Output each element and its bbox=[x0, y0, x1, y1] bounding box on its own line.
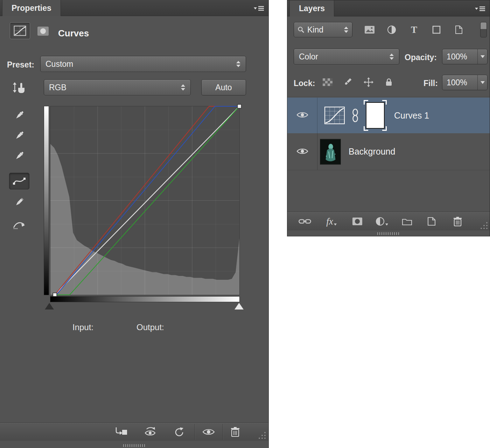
spin-arrows-icon bbox=[236, 61, 241, 67]
lock-all-button[interactable] bbox=[383, 75, 395, 89]
clip-to-layer-button[interactable] bbox=[111, 425, 130, 439]
add-mask-icon bbox=[352, 217, 363, 226]
filter-adjustment-layers-button[interactable] bbox=[384, 23, 399, 37]
tab-layers[interactable]: Layers bbox=[289, 0, 334, 16]
auto-button[interactable]: Auto bbox=[201, 79, 246, 95]
lock-label: Lock: bbox=[294, 79, 315, 88]
curves-adjustment-button[interactable] bbox=[10, 22, 30, 39]
mask-view-button[interactable] bbox=[34, 24, 52, 38]
panel-drag-handle[interactable] bbox=[377, 232, 400, 235]
spin-arrows-icon bbox=[181, 84, 186, 91]
filter-type-layers-button[interactable]: T bbox=[406, 23, 422, 37]
mask-selected-corner bbox=[382, 126, 387, 131]
lock-pixels-button[interactable] bbox=[340, 75, 355, 89]
lock-position-button[interactable] bbox=[361, 75, 376, 89]
panel-menu-icon bbox=[475, 6, 485, 12]
filter-shape-layers-button[interactable] bbox=[429, 23, 444, 37]
properties-panel-menu-button[interactable] bbox=[253, 5, 265, 12]
chevron-down-icon bbox=[334, 223, 337, 226]
panel-resize-grip[interactable] bbox=[479, 221, 488, 230]
new-layer-button[interactable] bbox=[423, 214, 440, 229]
channel-value: RGB bbox=[49, 83, 66, 92]
preset-value: Custom bbox=[46, 59, 73, 69]
layer-visibility-toggle[interactable] bbox=[296, 147, 309, 157]
mask-link-icon[interactable] bbox=[352, 108, 359, 123]
new-group-button[interactable] bbox=[399, 214, 415, 229]
trash-icon bbox=[453, 216, 462, 227]
link-layers-button[interactable] bbox=[296, 214, 313, 229]
white-point-eyedropper-button[interactable] bbox=[9, 148, 29, 164]
opacity-label: Opacity: bbox=[405, 53, 437, 62]
layer-row-0[interactable]: Curves 1 bbox=[287, 98, 490, 133]
opacity-dropdown-arrow[interactable] bbox=[477, 49, 487, 64]
brush-icon bbox=[343, 77, 352, 87]
targeted-adjustment-tool-button[interactable] bbox=[8, 79, 30, 97]
previous-state-eye-icon bbox=[143, 426, 158, 438]
smart-object-page-icon bbox=[455, 25, 463, 34]
filter-toggle-switch[interactable] bbox=[480, 22, 487, 37]
chevron-down-icon bbox=[385, 223, 388, 226]
opacity-combo[interactable]: 100% bbox=[442, 49, 488, 64]
layer-row-1[interactable]: Background bbox=[287, 133, 490, 170]
fill-dropdown-arrow[interactable] bbox=[477, 75, 487, 90]
visibility-toggle-button[interactable] bbox=[200, 425, 218, 439]
layers-footer: fx bbox=[287, 212, 490, 230]
edit-points-tool-button[interactable] bbox=[9, 173, 29, 190]
input-label: Input: bbox=[72, 322, 93, 332]
draw-curve-pencil-button[interactable] bbox=[9, 194, 29, 211]
layer-eye-cell bbox=[287, 98, 317, 133]
smooth-curve-button[interactable] bbox=[9, 216, 29, 233]
delete-adjustment-button[interactable] bbox=[226, 425, 244, 439]
delete-layer-button[interactable] bbox=[449, 214, 466, 229]
layer-styles-button[interactable]: fx bbox=[323, 214, 340, 229]
curves-chart[interactable] bbox=[50, 106, 239, 295]
layer-thumbnail[interactable] bbox=[320, 139, 341, 165]
curves-layer-icon[interactable] bbox=[324, 106, 345, 125]
spin-arrows-icon bbox=[389, 53, 394, 60]
filter-pixel-layers-button[interactable] bbox=[362, 23, 377, 37]
clip-to-layer-icon bbox=[113, 426, 128, 438]
curve-point-icon bbox=[13, 177, 26, 186]
channel-dropdown[interactable]: RGB bbox=[44, 79, 191, 95]
curves-grid-icon bbox=[14, 26, 26, 36]
mask-thumbnail-image bbox=[366, 102, 385, 129]
eyedropper-icon bbox=[13, 130, 25, 142]
layer-name: Background bbox=[349, 133, 395, 170]
layer-mask-thumbnail[interactable] bbox=[364, 100, 387, 131]
properties-footer bbox=[0, 422, 268, 441]
blend-mode-dropdown[interactable]: Color bbox=[294, 49, 399, 65]
lock-transparency-button[interactable] bbox=[320, 75, 335, 89]
filter-kind-dropdown[interactable]: Kind bbox=[294, 22, 352, 37]
lock-icon bbox=[385, 78, 393, 87]
properties-panel: Properties Curves Preset: Custom bbox=[0, 0, 269, 448]
half-circle-icon bbox=[387, 25, 396, 34]
tab-properties[interactable]: Properties bbox=[2, 0, 61, 16]
reset-adjustment-button[interactable] bbox=[170, 425, 188, 439]
fill-combo[interactable]: 100% bbox=[442, 75, 488, 90]
new-adjustment-layer-button[interactable] bbox=[373, 214, 390, 229]
layer-visibility-toggle[interactable] bbox=[296, 111, 309, 120]
black-point-eyedropper-button[interactable] bbox=[9, 107, 29, 124]
smooth-curve-icon bbox=[13, 220, 26, 229]
filter-kind-value: Kind bbox=[307, 25, 344, 35]
preset-label: Preset: bbox=[7, 60, 34, 70]
add-layer-mask-button[interactable] bbox=[349, 214, 366, 229]
mask-icon bbox=[37, 26, 49, 36]
mask-selected-corner bbox=[364, 100, 368, 105]
layers-panel-menu-button[interactable] bbox=[474, 6, 486, 12]
gray-point-eyedropper-button[interactable] bbox=[9, 127, 29, 144]
pencil-icon bbox=[14, 197, 24, 207]
chain-link-icon bbox=[299, 218, 311, 225]
filter-smart-objects-button[interactable] bbox=[451, 23, 467, 37]
panel-resize-grip[interactable] bbox=[258, 431, 266, 440]
eyedropper-icon bbox=[13, 109, 25, 121]
curves-plot[interactable] bbox=[50, 106, 240, 295]
white-point-slider[interactable] bbox=[234, 303, 244, 310]
preset-dropdown[interactable]: Custom bbox=[40, 56, 246, 72]
row-divider bbox=[287, 97, 490, 97]
move-icon bbox=[364, 77, 373, 87]
view-previous-state-button[interactable] bbox=[141, 425, 160, 439]
panel-drag-handle[interactable] bbox=[123, 444, 146, 447]
black-point-slider[interactable] bbox=[45, 303, 54, 310]
eye-icon bbox=[202, 427, 215, 436]
